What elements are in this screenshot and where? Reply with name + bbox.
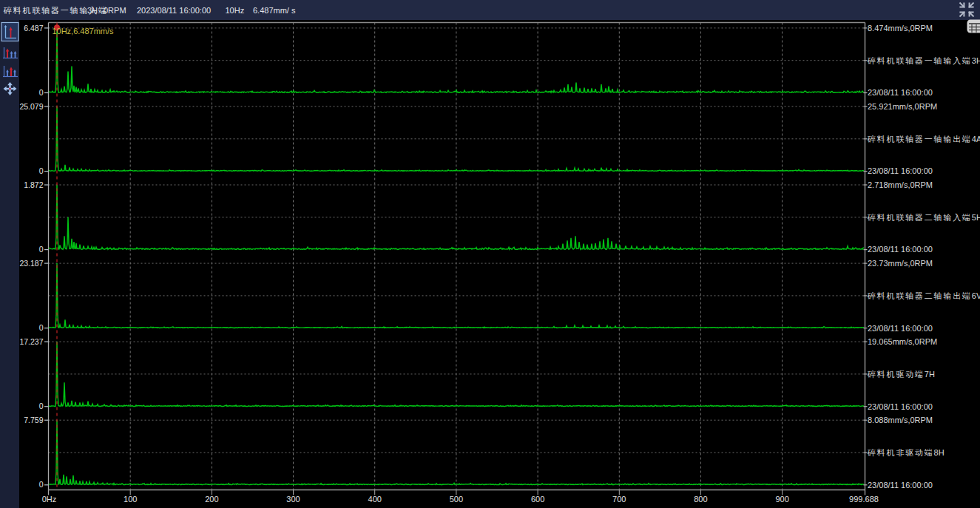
- svg-text:900: 900: [775, 495, 788, 504]
- svg-text:0: 0: [39, 323, 44, 332]
- svg-text:10Hz: 10Hz: [226, 6, 245, 15]
- svg-text:23/08/11 16:00:00: 23/08/11 16:00:00: [868, 324, 933, 333]
- svg-text:碎料机联轴器一轴输入端3H: 碎料机联轴器一轴输入端3H: [867, 56, 980, 65]
- svg-text:0: 0: [39, 245, 44, 254]
- svg-text:23/08/11 16:00:00: 23/08/11 16:00:00: [868, 88, 933, 97]
- svg-text:23/08/11 16:00:00: 23/08/11 16:00:00: [868, 245, 933, 254]
- svg-text:碎料机联轴器一轴输出端4A（丢）: 碎料机联轴器一轴输出端4A（丢）: [867, 135, 980, 143]
- svg-text:23/08/11 16:00:00: 23/08/11 16:00:00: [868, 402, 933, 411]
- svg-text:6.487mm/ s: 6.487mm/ s: [253, 6, 296, 15]
- svg-text:400: 400: [368, 495, 382, 504]
- svg-text:300: 300: [286, 495, 300, 504]
- svg-text:600: 600: [531, 495, 544, 504]
- svg-text:23.73mm/s,0RPM: 23.73mm/s,0RPM: [868, 259, 933, 268]
- svg-text:0: 0: [39, 402, 44, 410]
- svg-text:2023/08/11 16:00:00: 2023/08/11 16:00:00: [137, 6, 211, 15]
- svg-text:1.872: 1.872: [24, 180, 43, 189]
- svg-text:6.487: 6.487: [24, 24, 43, 33]
- svg-text:碎料机非驱动端8H: 碎料机非驱动端8H: [867, 448, 944, 457]
- svg-text:23.187: 23.187: [19, 259, 43, 268]
- svg-text:800: 800: [694, 495, 707, 504]
- svg-text:0RPM: 0RPM: [104, 6, 126, 15]
- svg-text:8.088mm/s,0RPM: 8.088mm/s,0RPM: [868, 416, 933, 424]
- svg-text:200: 200: [205, 495, 218, 504]
- svg-text:25.079: 25.079: [19, 102, 43, 111]
- svg-text:2.718mm/s,0RPM: 2.718mm/s,0RPM: [868, 180, 933, 189]
- svg-text:999.688: 999.688: [849, 495, 879, 504]
- svg-text:17.237: 17.237: [19, 337, 43, 346]
- svg-text:3H: 3H: [87, 6, 98, 15]
- svg-text:100: 100: [124, 495, 137, 504]
- svg-text:500: 500: [450, 495, 463, 504]
- svg-text:0Hz: 0Hz: [42, 495, 57, 504]
- svg-text:8.474mm/s,0RPM: 8.474mm/s,0RPM: [868, 24, 933, 33]
- svg-text:碎料机驱动端7H: 碎料机驱动端7H: [867, 370, 935, 379]
- svg-text:0: 0: [39, 88, 44, 97]
- svg-text:碎料机联轴器二轴输入端5H: 碎料机联轴器二轴输入端5H: [867, 213, 980, 222]
- svg-text:10Hz,6.487mm/s: 10Hz,6.487mm/s: [52, 27, 114, 35]
- svg-text:19.065mm/s,0RPM: 19.065mm/s,0RPM: [868, 337, 937, 346]
- svg-text:25.921mm/s,0RPM: 25.921mm/s,0RPM: [868, 102, 937, 111]
- svg-text:23/08/11 16:00:00: 23/08/11 16:00:00: [868, 166, 933, 175]
- svg-text:0: 0: [39, 480, 44, 489]
- svg-text:碎料机联轴器二轴输出端6V: 碎料机联轴器二轴输出端6V: [867, 291, 980, 300]
- svg-text:0: 0: [39, 166, 44, 175]
- svg-text:7.759: 7.759: [24, 416, 43, 424]
- svg-text:700: 700: [612, 495, 626, 504]
- svg-text:23/08/11 16:00:00: 23/08/11 16:00:00: [868, 481, 933, 490]
